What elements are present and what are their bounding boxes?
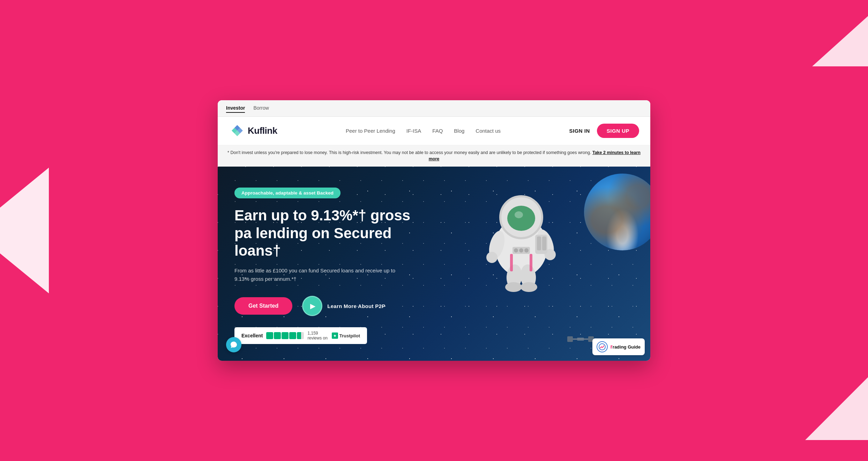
- space-station-illustration: [567, 332, 594, 347]
- get-started-button[interactable]: Get Started: [234, 297, 292, 315]
- svg-point-6: [519, 248, 523, 253]
- warning-text: * Don't invest unless you're prepared to…: [227, 150, 591, 155]
- svg-point-2: [507, 206, 535, 231]
- svg-rect-20: [537, 236, 541, 250]
- nav-ifisa[interactable]: IF-ISA: [406, 128, 421, 134]
- warning-banner: * Don't invest unless you're prepared to…: [218, 145, 650, 167]
- play-button[interactable]: ▶: [302, 296, 322, 316]
- star-1: [266, 332, 273, 339]
- star-4: [289, 332, 296, 339]
- nav-links: Peer to Peer Lending IF-ISA FAQ Blog Con…: [346, 128, 501, 134]
- play-video-area[interactable]: ▶ Learn More About P2P: [302, 296, 385, 316]
- trading-guide-icon: [597, 341, 608, 352]
- tab-investor[interactable]: Investor: [226, 105, 245, 113]
- sign-in-button[interactable]: SIGN IN: [569, 128, 590, 134]
- logo-area[interactable]: Kuflink: [229, 124, 277, 137]
- hero-cta-area: Get Started ▶ Learn More About P2P: [234, 296, 430, 316]
- svg-point-3: [515, 211, 523, 218]
- hero-subtitle: From as little as £1000 you can fund Sec…: [234, 266, 402, 283]
- hero-content: Approachable, adaptable & asset Backed E…: [234, 188, 430, 344]
- sign-up-button[interactable]: SIGN UP: [597, 124, 639, 138]
- nav-blog[interactable]: Blog: [454, 128, 464, 134]
- bg-decoration-left: [0, 168, 49, 293]
- hero-visual: [441, 167, 650, 361]
- bg-decoration-right-bottom: [805, 370, 868, 440]
- trustpilot-logo-text: Trustpilot: [339, 333, 360, 338]
- trustpilot-logo-icon: ★: [332, 332, 338, 339]
- trading-guide-badge[interactable]: rrading Guide: [592, 338, 645, 355]
- star-2: [274, 332, 281, 339]
- chat-icon: [230, 341, 238, 349]
- nav-p2p[interactable]: Peer to Peer Lending: [346, 128, 395, 134]
- logo-icon: [229, 124, 245, 137]
- hero-badge: Approachable, adaptable & asset Backed: [234, 188, 341, 198]
- svg-point-26: [599, 344, 605, 350]
- svg-rect-21: [542, 236, 546, 250]
- trustpilot-logo: ★ Trustpilot: [332, 332, 360, 339]
- svg-rect-24: [567, 336, 573, 342]
- nav-faq[interactable]: FAQ: [432, 128, 443, 134]
- nav-actions: SIGN IN SIGN UP: [569, 124, 639, 138]
- nav-contact[interactable]: Contact us: [476, 128, 501, 134]
- play-icon: ▶: [310, 302, 315, 310]
- svg-point-14: [505, 282, 522, 292]
- trustpilot-stars: [266, 332, 304, 339]
- hero-title: Earn up to 9.13%*† gross pa lending on S…: [234, 207, 430, 259]
- trading-guide-text: rrading Guide: [611, 344, 641, 350]
- play-label: Learn More About P2P: [327, 303, 385, 309]
- astronaut-illustration: [458, 177, 584, 299]
- top-tabs-bar: Investor Borrow: [218, 100, 650, 117]
- logo-text: Kuflink: [248, 125, 277, 136]
- chat-widget-button[interactable]: [226, 337, 241, 352]
- svg-point-15: [521, 282, 537, 292]
- navbar: Kuflink Peer to Peer Lending IF-ISA FAQ …: [218, 117, 650, 145]
- svg-rect-16: [510, 254, 513, 271]
- svg-rect-17: [530, 254, 532, 271]
- star-5: [297, 332, 304, 339]
- star-3: [282, 332, 289, 339]
- hero-section: Approachable, adaptable & asset Backed E…: [218, 167, 650, 361]
- earth-illustration: [584, 174, 650, 250]
- svg-point-7: [524, 248, 529, 253]
- trustpilot-reviews: 1,159 reviews on: [307, 331, 328, 341]
- svg-point-10: [486, 252, 497, 263]
- browser-window: Investor Borrow Kuflink Peer to Peer Len…: [218, 100, 650, 361]
- trustpilot-badge[interactable]: Excellent 1,159 reviews on ★ Trustpilot: [234, 327, 367, 344]
- tab-borrow[interactable]: Borrow: [253, 105, 269, 113]
- bg-decoration-right-top: [812, 3, 868, 66]
- trustpilot-rating: Excellent: [241, 333, 263, 338]
- svg-point-5: [514, 248, 518, 253]
